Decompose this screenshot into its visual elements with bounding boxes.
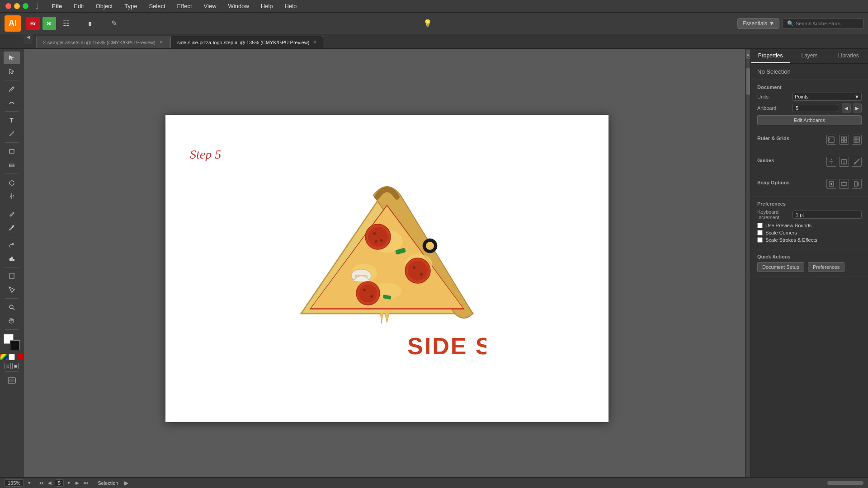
- menu-view[interactable]: Window: [226, 2, 251, 10]
- slice-tool[interactable]: [4, 283, 20, 296]
- artboard-tool[interactable]: [4, 270, 20, 282]
- horizontal-scroll-thumb[interactable]: [827, 481, 863, 485]
- hand-tool[interactable]: [4, 314, 20, 327]
- keyboard-inc-value[interactable]: 1 pt: [793, 211, 862, 219]
- guide-icon-1[interactable]: [826, 157, 836, 167]
- menu-window[interactable]: Help: [259, 2, 275, 10]
- bridge-button[interactable]: Br: [26, 17, 40, 30]
- zoom-arrow-icon[interactable]: ▼: [27, 481, 31, 485]
- color-swatches[interactable]: [4, 334, 20, 350]
- artboard-next-button[interactable]: ▶: [853, 103, 862, 113]
- preferences-button[interactable]: Preferences: [808, 262, 844, 272]
- menu-select[interactable]: Effect: [175, 2, 194, 10]
- artboard-number[interactable]: 5: [55, 479, 64, 487]
- tab-layers[interactable]: Layers: [790, 49, 829, 63]
- close-button[interactable]: [5, 3, 11, 9]
- guide-icon-2[interactable]: [839, 157, 849, 167]
- menu-illustrator[interactable]: File: [50, 2, 64, 10]
- stock-button[interactable]: St: [42, 17, 56, 30]
- status-play-icon[interactable]: ▶: [124, 480, 128, 486]
- menu-edit[interactable]: Object: [94, 2, 115, 10]
- line-tool[interactable]: [4, 127, 20, 140]
- show-grid-icon[interactable]: [839, 135, 849, 145]
- tab-libraries[interactable]: Libraries: [829, 49, 868, 63]
- panel-collapse-icon[interactable]: ◀: [24, 30, 33, 44]
- normal-draw-icon[interactable]: ◻: [5, 363, 11, 369]
- pencil-tool[interactable]: [4, 207, 20, 220]
- ruler-grids-section: Ruler & Grids: [751, 130, 868, 152]
- tab-pizza-logo[interactable]: side-slice-pizza-logo-step.ai @ 135% (CM…: [170, 36, 323, 48]
- column-graph-tool[interactable]: [4, 252, 20, 265]
- type-tool[interactable]: T: [4, 114, 20, 127]
- stroke-swatch[interactable]: [10, 340, 20, 350]
- essentials-dropdown[interactable]: Essentials ▼: [737, 18, 779, 29]
- paintbrush-tool[interactable]: [4, 221, 20, 234]
- arrange-icon[interactable]: ∎: [83, 16, 97, 31]
- reflect-tool[interactable]: [4, 190, 20, 202]
- none-mode-icon[interactable]: [9, 354, 15, 360]
- last-artboard-button[interactable]: ⏭: [82, 479, 90, 487]
- show-rulers-icon[interactable]: [826, 135, 836, 145]
- tab-sample-assets[interactable]: 2-sample-assets.ai @ 155% (CMYK/GPU Prev…: [36, 36, 170, 48]
- snap-icon-3[interactable]: [852, 179, 862, 189]
- artboard-value[interactable]: 5: [793, 104, 838, 112]
- search-stock-input[interactable]: 🔍 Search Adobe Stock: [782, 18, 863, 29]
- maximize-button[interactable]: [23, 3, 28, 9]
- curvature-tool[interactable]: [4, 96, 20, 109]
- artboard-prev-button[interactable]: ◀: [842, 103, 851, 113]
- scale-corners-checkbox[interactable]: [757, 230, 763, 235]
- eraser-tool[interactable]: [4, 159, 20, 171]
- edit-artboards-button[interactable]: Edit Artboards: [757, 115, 862, 125]
- svg-point-68: [830, 183, 832, 185]
- libraries-icon[interactable]: ☷: [59, 16, 73, 31]
- units-dropdown[interactable]: Points ▼: [793, 93, 862, 101]
- menu-effect[interactable]: View: [202, 2, 218, 10]
- color-mode-icon[interactable]: [0, 354, 7, 360]
- svg-rect-53: [844, 140, 847, 142]
- presentation-mode-icon[interactable]: [4, 374, 20, 387]
- red-mode-icon[interactable]: [17, 354, 23, 360]
- artboard-row: Artboard: 5 ◀ ▶: [757, 103, 862, 113]
- document-setup-button[interactable]: Document Setup: [757, 262, 804, 272]
- tab-properties[interactable]: Properties: [751, 49, 790, 63]
- scroll-thumb-vertical[interactable]: [746, 68, 750, 95]
- vertical-scrollbar[interactable]: ▲: [745, 49, 750, 488]
- behind-draw-icon[interactable]: ◼: [12, 363, 19, 369]
- search-icon: 🔍: [787, 20, 794, 27]
- first-artboard-button[interactable]: ⏮: [38, 479, 45, 487]
- guides-row: Guides T: [757, 157, 862, 167]
- scale-strokes-checkbox[interactable]: [757, 237, 763, 243]
- direct-selection-tool[interactable]: [4, 65, 20, 78]
- minimize-button[interactable]: [14, 3, 20, 9]
- status-right: [827, 481, 863, 485]
- artboard-num-arrow[interactable]: ▼: [65, 479, 72, 487]
- prev-artboard-button[interactable]: ◀: [46, 479, 53, 487]
- menu-file[interactable]: Edit: [72, 2, 85, 10]
- zoom-tool[interactable]: [4, 301, 20, 314]
- brush-icon[interactable]: ✎: [107, 16, 121, 31]
- tab-close-active-icon[interactable]: ✕: [313, 40, 316, 45]
- tool-separator-8: [5, 298, 19, 299]
- guide-icon-3[interactable]: T: [852, 157, 862, 167]
- pen-tool[interactable]: [4, 83, 20, 95]
- rectangle-tool[interactable]: [4, 145, 20, 158]
- selection-tool[interactable]: [4, 52, 20, 64]
- tool-separator-10: [5, 371, 19, 372]
- menu-help[interactable]: Help: [283, 2, 299, 10]
- tool-separator-5: [5, 205, 19, 205]
- guides-section: Guides T: [751, 152, 868, 174]
- zoom-display[interactable]: 135%: [5, 479, 24, 487]
- pixel-grid-icon[interactable]: [852, 135, 862, 145]
- color-mode-row: [0, 354, 23, 360]
- blend-tool[interactable]: [4, 239, 20, 251]
- rotate-tool[interactable]: [4, 176, 20, 189]
- snap-icon-2[interactable]: [839, 179, 849, 189]
- bulb-icon[interactable]: 💡: [421, 17, 434, 30]
- menu-object[interactable]: Type: [123, 2, 139, 10]
- use-preview-bounds-checkbox[interactable]: [757, 223, 763, 228]
- next-artboard-button[interactable]: ▶: [74, 479, 81, 487]
- snap-icon-1[interactable]: [826, 179, 836, 189]
- menu-type[interactable]: Select: [147, 2, 167, 10]
- scroll-up-arrow[interactable]: ▲: [745, 50, 751, 59]
- tab-close-icon[interactable]: ✕: [159, 40, 163, 45]
